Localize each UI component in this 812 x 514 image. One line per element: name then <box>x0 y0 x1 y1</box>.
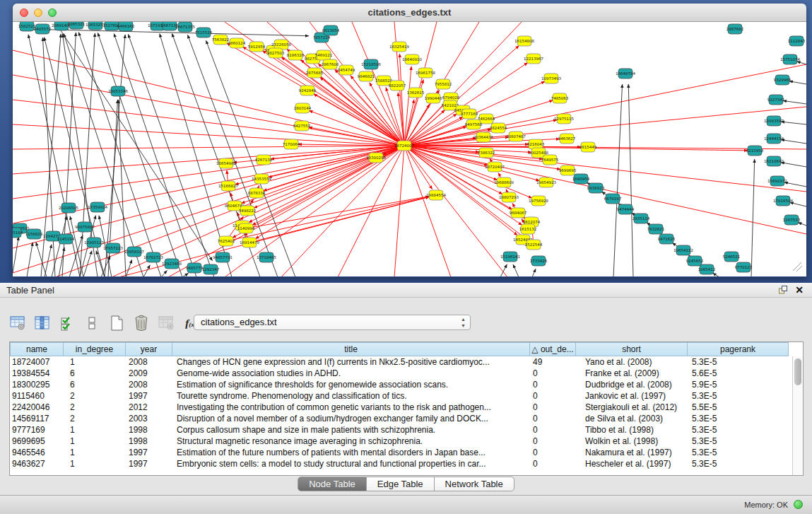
float-panel-icon[interactable] <box>778 285 788 295</box>
graph-edge[interactable] <box>114 33 196 276</box>
graph-edge[interactable] <box>404 146 543 159</box>
graph-node[interactable]: 7649575 <box>541 155 559 165</box>
graph-edge[interactable] <box>394 146 404 276</box>
graph-node[interactable]: 1362615 <box>407 88 425 98</box>
graph-node[interactable]: 7170064 <box>283 139 300 149</box>
graph-node[interactable]: 1990448 <box>425 93 442 103</box>
graph-node[interactable]: 9827503 <box>267 48 285 58</box>
table-row[interactable]: 911546021997Tourette syndrome. Phenomeno… <box>10 390 790 402</box>
graph-node[interactable]: 16671355 <box>175 22 195 32</box>
new-table-icon[interactable] <box>107 314 126 332</box>
graph-node[interactable]: 15218506 <box>361 59 381 69</box>
graph-node[interactable]: 10688609 <box>494 177 514 187</box>
graph-node[interactable]: 1292347 <box>202 264 220 274</box>
graph-node[interactable]: 2867608 <box>322 59 339 69</box>
graph-node[interactable]: 1140994 <box>237 223 255 233</box>
column-header-title[interactable]: title <box>172 342 530 356</box>
tab-node-table[interactable]: Node Table <box>298 477 367 491</box>
graph-node[interactable]: 15751074 <box>780 54 800 64</box>
zoom-window-button[interactable] <box>48 8 57 17</box>
graph-node[interactable]: 6679197 <box>604 194 622 204</box>
column-header-name[interactable]: name <box>10 342 64 356</box>
graph-edge[interactable] <box>790 202 806 206</box>
graph-edge[interactable] <box>404 146 532 198</box>
graph-node[interactable]: 16782723 <box>143 252 163 262</box>
graph-node[interactable]: 15166827 <box>218 181 238 191</box>
graph-edge[interactable] <box>798 223 806 226</box>
graph-node[interactable]: 1145194 <box>57 234 75 244</box>
column-header-year[interactable]: year <box>126 342 172 356</box>
graph-node[interactable]: 10654982 <box>216 158 236 168</box>
graph-edge[interactable] <box>781 122 806 124</box>
graph-node[interactable]: 10973493 <box>541 74 561 83</box>
graph-node[interactable]: 7955812 <box>435 79 452 89</box>
graph-node[interactable]: 7632621 <box>647 224 665 234</box>
tab-network-table[interactable]: Network Table <box>435 477 514 491</box>
table-row[interactable]: 946362711997Embryonic stem cells: a mode… <box>10 458 790 469</box>
graph-node[interactable]: 18807293 <box>499 192 519 202</box>
graph-edge[interactable] <box>751 159 755 276</box>
graph-node[interactable]: 29053346 <box>108 86 128 96</box>
graph-node[interactable]: 12444154 <box>764 134 784 144</box>
network-window-titlebar[interactable]: citations_edges.txt <box>13 4 806 22</box>
graph-node[interactable]: 9463627 <box>558 134 576 144</box>
graph-node[interactable]: 7625402 <box>218 236 235 246</box>
graph-node[interactable]: 8471626 <box>658 234 676 244</box>
graph-node[interactable]: 9474444 <box>617 204 635 214</box>
graph-node[interactable]: 1167533 <box>783 215 801 225</box>
graph-node[interactable]: 17359924 <box>88 202 107 212</box>
graph-node[interactable]: 14353554 <box>252 174 271 184</box>
network-canvas[interactable]: 1872400775638229860124591295416543352322… <box>13 22 806 276</box>
table-row[interactable]: 1872400712008Changes of HCN gene express… <box>10 356 790 368</box>
graph-node[interactable]: 19756928 <box>529 196 548 206</box>
graph-edge[interactable] <box>404 146 433 189</box>
graph-node[interactable]: 10654112 <box>673 245 693 255</box>
graph-edge[interactable] <box>613 84 623 276</box>
graph-node[interactable]: 8878334 <box>248 188 266 198</box>
graph-node[interactable]: 8938923 <box>587 183 605 193</box>
table-row[interactable]: 1456911722003Disruption of a novel membe… <box>10 413 790 424</box>
graph-node[interactable]: 94857791 <box>213 252 233 262</box>
graph-node[interactable]: 19854923 <box>536 177 556 187</box>
show-columns-icon[interactable] <box>33 314 52 332</box>
graph-node[interactable]: 18325419 <box>389 42 409 52</box>
graph-node[interactable]: 18720407 <box>485 162 505 172</box>
graph-edge[interactable] <box>713 273 719 276</box>
graph-node[interactable]: 4267130 <box>255 155 273 165</box>
graph-node[interactable]: 9227341 <box>767 95 785 105</box>
graph-edge[interactable] <box>52 216 67 276</box>
minimize-window-button[interactable] <box>34 8 42 17</box>
graph-edge[interactable] <box>513 264 519 276</box>
row-height-icon[interactable] <box>83 314 101 332</box>
graph-node[interactable]: 10958107 <box>124 247 144 257</box>
table-selector-dropdown[interactable]: citations_edges.txt ▲▼ <box>194 315 471 330</box>
graph-node[interactable]: 1156829 <box>25 229 43 239</box>
graph-edge[interactable] <box>338 146 404 276</box>
table-scrollbar[interactable] <box>792 356 803 475</box>
graph-node[interactable]: 8813054 <box>322 25 340 35</box>
memory-status-indicator[interactable] <box>794 500 803 509</box>
graph-edge[interactable] <box>532 269 536 276</box>
table-row[interactable]: 969969511998Structural magnetic resonanc… <box>10 436 790 447</box>
graph-node[interactable]: 8215958 <box>746 146 764 156</box>
graph-node[interactable]: 1582521 <box>18 22 36 31</box>
delete-trash-icon[interactable] <box>132 314 151 332</box>
graph-node[interactable]: 15692971 <box>767 176 787 186</box>
graph-edge[interactable] <box>59 247 64 276</box>
select-attributes-icon[interactable] <box>58 314 76 332</box>
graph-node[interactable]: 17016504 <box>773 196 793 206</box>
graph-node[interactable]: 12213967 <box>524 54 543 64</box>
graph-node[interactable]: 16210643 <box>764 156 784 166</box>
graph-node[interactable]: 7515526 <box>195 28 213 37</box>
graph-node[interactable]: 2875685 <box>306 68 324 78</box>
graph-node[interactable]: 1615132 <box>519 224 537 234</box>
graph-node[interactable]: 9485779 <box>186 263 204 273</box>
graph-node[interactable]: 10807487 <box>506 132 526 141</box>
graph-node[interactable]: 8427552 <box>293 121 311 131</box>
graph-edge[interactable] <box>781 163 806 167</box>
graph-node[interactable]: 1065412 <box>698 264 716 274</box>
graph-edge[interactable] <box>246 197 429 228</box>
graph-node[interactable]: 6497568 <box>465 119 483 129</box>
graph-node[interactable]: 3498222 <box>239 206 257 216</box>
close-window-button[interactable] <box>20 8 28 17</box>
